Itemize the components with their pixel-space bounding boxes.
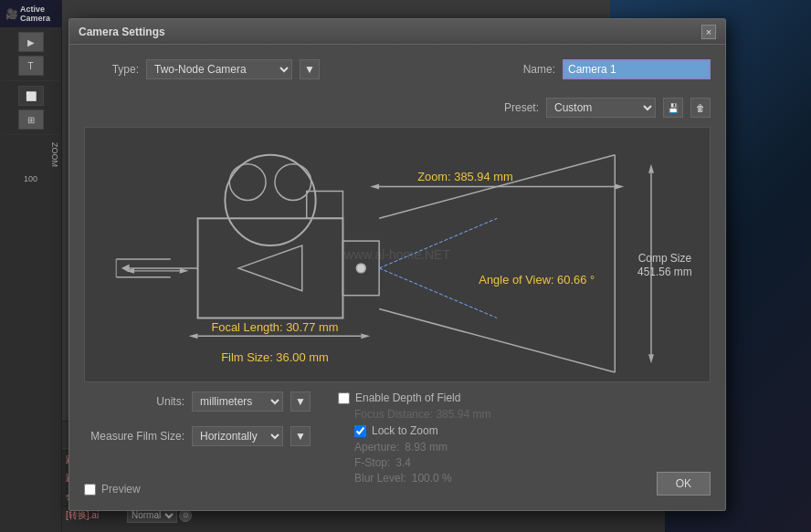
dialog-close-button[interactable]: × — [701, 25, 716, 39]
ok-button[interactable]: OK — [657, 472, 711, 495]
svg-text:Zoom:  385.94 mm: Zoom: 385.94 mm — [417, 170, 513, 183]
svg-text:451.56 mm: 451.56 mm — [637, 266, 692, 278]
name-row: Name: — [500, 59, 711, 79]
lock-to-zoom-checkbox[interactable] — [354, 425, 366, 437]
lock-to-zoom-label: Lock to Zoom — [372, 424, 438, 437]
units-arrow[interactable]: ▼ — [290, 391, 311, 412]
svg-point-2 — [229, 164, 266, 201]
camera-icon: 🎥 — [5, 8, 18, 20]
type-label: Type: — [84, 63, 139, 76]
units-label: Units: — [84, 395, 184, 408]
svg-marker-22 — [370, 184, 379, 190]
preset-label: Preset: — [484, 101, 539, 114]
svg-text:Focal Length:  30.77 mm: Focal Length: 30.77 mm — [211, 320, 338, 334]
zoom-label: ZOOM — [2, 139, 59, 171]
preset-select[interactable]: Custom — [546, 98, 656, 118]
svg-point-24 — [356, 264, 365, 273]
dialog-title: Camera Settings — [79, 26, 165, 38]
svg-point-3 — [275, 164, 311, 201]
units-select[interactable]: millimeters — [192, 391, 283, 412]
preview-area: Preview — [84, 483, 141, 495]
dof-values: Aperture: 8.93 mm F-Stop: 3.4 Blur Level… — [354, 441, 490, 485]
blur-value: 100.0 % — [412, 472, 452, 485]
dialog-footer: OK — [657, 472, 711, 495]
focus-distance-value: 385.94 mm — [436, 408, 490, 421]
aperture-label: Aperture: — [354, 441, 399, 454]
camera-diagram: www.al-home.NET — [84, 127, 711, 382]
name-input[interactable] — [563, 59, 711, 79]
type-row: Type: Two-Node Camera ▼ — [84, 59, 320, 79]
preview-label: Preview — [101, 483, 141, 495]
enable-dof-row: Enable Depth of Field — [338, 391, 490, 404]
dialog-titlebar: Camera Settings × — [69, 19, 725, 45]
units-row: Units: millimeters ▼ — [84, 391, 311, 412]
measure-arrow[interactable]: ▼ — [290, 426, 311, 446]
svg-marker-26 — [189, 333, 198, 339]
svg-text:Angle of View:  60.66 °: Angle of View: 60.66 ° — [479, 273, 595, 287]
svg-marker-23 — [615, 184, 624, 190]
camera-diagram-svg: Zoom: 385.94 mm Film Size: 36.00 mm Angl… — [85, 128, 710, 381]
blur-row: Blur Level: 100.0 % — [354, 472, 490, 485]
value-display: 100 — [2, 172, 59, 185]
active-camera-label: 🎥 Active Camera — [0, 0, 61, 27]
svg-marker-13 — [180, 268, 189, 274]
fstop-label: F-Stop: — [354, 456, 390, 469]
toolbar: ▶ T ⬜ ⊞ ZOOM 100 — [0, 27, 61, 189]
enable-dof-checkbox[interactable] — [338, 392, 350, 404]
svg-rect-0 — [198, 218, 343, 318]
dof-section: Enable Depth of Field Focus Distance: 38… — [338, 391, 490, 485]
type-select[interactable]: Two-Node Camera — [146, 59, 292, 79]
svg-text:Comp Size: Comp Size — [638, 252, 692, 265]
type-dropdown-arrow[interactable]: ▼ — [300, 59, 320, 79]
focus-distance-label: Focus Distance: — [354, 408, 433, 421]
aperture-row: Aperture: 8.93 mm — [354, 441, 490, 454]
tool-btn-2[interactable]: T — [18, 56, 44, 76]
svg-text:Film Size:  36.00 mm: Film Size: 36.00 mm — [221, 350, 328, 364]
preset-delete-btn[interactable]: 🗑 — [690, 98, 711, 118]
svg-marker-27 — [361, 333, 370, 339]
toolbar-divider2 — [2, 134, 59, 135]
enable-dof-label: Enable Depth of Field — [355, 391, 460, 404]
tool-btn-1[interactable]: ▶ — [18, 32, 44, 52]
svg-point-1 — [225, 155, 315, 245]
toolbar-divider — [2, 80, 59, 81]
measure-select[interactable]: Horizontally — [192, 426, 283, 446]
aperture-value: 8.93 mm — [405, 441, 448, 454]
measure-row: Measure Film Size: Horizontally ▼ — [84, 426, 311, 446]
svg-marker-5 — [238, 245, 302, 291]
fstop-row: F-Stop: 3.4 — [354, 456, 490, 469]
svg-marker-14 — [125, 268, 134, 274]
tool-btn-3[interactable]: ⬜ — [18, 86, 44, 106]
svg-line-28 — [379, 218, 497, 268]
measure-label: Measure Film Size: — [84, 430, 184, 443]
dialog-body: Type: Two-Node Camera ▼ Name: Preset: Cu… — [69, 45, 725, 510]
preset-save-btn[interactable]: 💾 — [663, 98, 683, 118]
left-panel: 🎥 Active Camera ▶ T ⬜ ⊞ ZOOM 100 — [0, 0, 62, 532]
svg-line-16 — [379, 309, 615, 373]
name-label: Name: — [500, 63, 555, 76]
blur-label: Blur Level: — [354, 472, 406, 485]
preview-checkbox[interactable] — [84, 484, 96, 495]
camera-settings-dialog: Camera Settings × Type: Two-Node Camera … — [68, 18, 726, 511]
tool-btn-4[interactable]: ⊞ — [18, 110, 44, 130]
svg-marker-19 — [648, 164, 654, 173]
svg-rect-4 — [307, 192, 343, 219]
svg-marker-20 — [648, 354, 654, 363]
focus-distance-row: Focus Distance: 385.94 mm — [354, 408, 490, 421]
fstop-value: 3.4 — [395, 456, 411, 469]
lock-zoom-row: Lock to Zoom — [354, 424, 490, 437]
